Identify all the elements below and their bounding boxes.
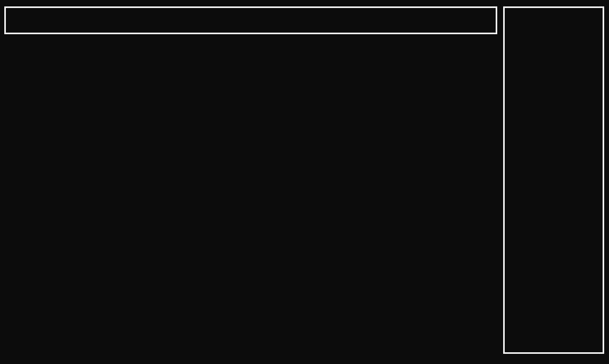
people-panel-inner [505, 8, 603, 352]
people-panel [503, 6, 604, 354]
chat-area [0, 0, 503, 364]
